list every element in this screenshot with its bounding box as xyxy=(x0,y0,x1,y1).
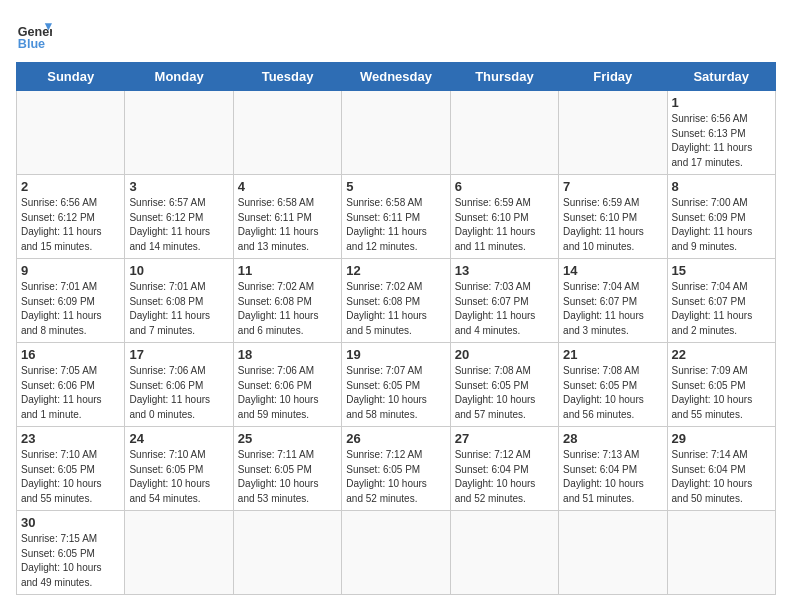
day-info: Sunrise: 7:07 AM Sunset: 6:05 PM Dayligh… xyxy=(346,364,445,422)
day-number: 9 xyxy=(21,263,120,278)
calendar-cell xyxy=(125,511,233,595)
day-info: Sunrise: 7:04 AM Sunset: 6:07 PM Dayligh… xyxy=(563,280,662,338)
calendar-week-row: 23Sunrise: 7:10 AM Sunset: 6:05 PM Dayli… xyxy=(17,427,776,511)
calendar-cell: 10Sunrise: 7:01 AM Sunset: 6:08 PM Dayli… xyxy=(125,259,233,343)
calendar-cell: 28Sunrise: 7:13 AM Sunset: 6:04 PM Dayli… xyxy=(559,427,667,511)
calendar-cell: 27Sunrise: 7:12 AM Sunset: 6:04 PM Dayli… xyxy=(450,427,558,511)
calendar-table: SundayMondayTuesdayWednesdayThursdayFrid… xyxy=(16,62,776,595)
calendar-week-row: 2Sunrise: 6:56 AM Sunset: 6:12 PM Daylig… xyxy=(17,175,776,259)
weekday-header-saturday: Saturday xyxy=(667,63,775,91)
day-number: 26 xyxy=(346,431,445,446)
day-info: Sunrise: 7:06 AM Sunset: 6:06 PM Dayligh… xyxy=(129,364,228,422)
svg-text:Blue: Blue xyxy=(18,37,45,51)
calendar-cell: 22Sunrise: 7:09 AM Sunset: 6:05 PM Dayli… xyxy=(667,343,775,427)
day-number: 12 xyxy=(346,263,445,278)
calendar-cell xyxy=(17,91,125,175)
calendar-cell: 13Sunrise: 7:03 AM Sunset: 6:07 PM Dayli… xyxy=(450,259,558,343)
day-number: 18 xyxy=(238,347,337,362)
weekday-header-row: SundayMondayTuesdayWednesdayThursdayFrid… xyxy=(17,63,776,91)
day-info: Sunrise: 7:12 AM Sunset: 6:04 PM Dayligh… xyxy=(455,448,554,506)
day-number: 10 xyxy=(129,263,228,278)
day-number: 2 xyxy=(21,179,120,194)
day-info: Sunrise: 6:59 AM Sunset: 6:10 PM Dayligh… xyxy=(455,196,554,254)
calendar-week-row: 1Sunrise: 6:56 AM Sunset: 6:13 PM Daylig… xyxy=(17,91,776,175)
weekday-header-friday: Friday xyxy=(559,63,667,91)
calendar-cell: 14Sunrise: 7:04 AM Sunset: 6:07 PM Dayli… xyxy=(559,259,667,343)
day-info: Sunrise: 7:14 AM Sunset: 6:04 PM Dayligh… xyxy=(672,448,771,506)
day-number: 27 xyxy=(455,431,554,446)
day-info: Sunrise: 7:10 AM Sunset: 6:05 PM Dayligh… xyxy=(21,448,120,506)
calendar-cell: 5Sunrise: 6:58 AM Sunset: 6:11 PM Daylig… xyxy=(342,175,450,259)
day-info: Sunrise: 7:03 AM Sunset: 6:07 PM Dayligh… xyxy=(455,280,554,338)
day-info: Sunrise: 7:10 AM Sunset: 6:05 PM Dayligh… xyxy=(129,448,228,506)
day-number: 1 xyxy=(672,95,771,110)
calendar-cell xyxy=(450,511,558,595)
day-number: 20 xyxy=(455,347,554,362)
logo: General Blue xyxy=(16,16,56,52)
day-info: Sunrise: 7:08 AM Sunset: 6:05 PM Dayligh… xyxy=(563,364,662,422)
day-info: Sunrise: 7:00 AM Sunset: 6:09 PM Dayligh… xyxy=(672,196,771,254)
calendar-cell: 20Sunrise: 7:08 AM Sunset: 6:05 PM Dayli… xyxy=(450,343,558,427)
calendar-cell xyxy=(233,511,341,595)
day-info: Sunrise: 7:12 AM Sunset: 6:05 PM Dayligh… xyxy=(346,448,445,506)
day-number: 4 xyxy=(238,179,337,194)
calendar-cell: 17Sunrise: 7:06 AM Sunset: 6:06 PM Dayli… xyxy=(125,343,233,427)
day-number: 22 xyxy=(672,347,771,362)
day-info: Sunrise: 7:02 AM Sunset: 6:08 PM Dayligh… xyxy=(346,280,445,338)
calendar-cell: 6Sunrise: 6:59 AM Sunset: 6:10 PM Daylig… xyxy=(450,175,558,259)
calendar-cell: 16Sunrise: 7:05 AM Sunset: 6:06 PM Dayli… xyxy=(17,343,125,427)
calendar-cell: 30Sunrise: 7:15 AM Sunset: 6:05 PM Dayli… xyxy=(17,511,125,595)
calendar-cell: 23Sunrise: 7:10 AM Sunset: 6:05 PM Dayli… xyxy=(17,427,125,511)
calendar-cell: 19Sunrise: 7:07 AM Sunset: 6:05 PM Dayli… xyxy=(342,343,450,427)
day-number: 24 xyxy=(129,431,228,446)
day-number: 21 xyxy=(563,347,662,362)
day-info: Sunrise: 7:01 AM Sunset: 6:09 PM Dayligh… xyxy=(21,280,120,338)
calendar-cell: 29Sunrise: 7:14 AM Sunset: 6:04 PM Dayli… xyxy=(667,427,775,511)
day-number: 6 xyxy=(455,179,554,194)
day-number: 15 xyxy=(672,263,771,278)
calendar-cell: 1Sunrise: 6:56 AM Sunset: 6:13 PM Daylig… xyxy=(667,91,775,175)
day-number: 29 xyxy=(672,431,771,446)
day-info: Sunrise: 6:58 AM Sunset: 6:11 PM Dayligh… xyxy=(238,196,337,254)
calendar-cell: 7Sunrise: 6:59 AM Sunset: 6:10 PM Daylig… xyxy=(559,175,667,259)
day-number: 16 xyxy=(21,347,120,362)
day-number: 7 xyxy=(563,179,662,194)
day-number: 17 xyxy=(129,347,228,362)
calendar-cell xyxy=(450,91,558,175)
calendar-cell: 9Sunrise: 7:01 AM Sunset: 6:09 PM Daylig… xyxy=(17,259,125,343)
calendar-cell: 12Sunrise: 7:02 AM Sunset: 6:08 PM Dayli… xyxy=(342,259,450,343)
calendar-cell xyxy=(233,91,341,175)
calendar-week-row: 16Sunrise: 7:05 AM Sunset: 6:06 PM Dayli… xyxy=(17,343,776,427)
day-number: 11 xyxy=(238,263,337,278)
page-header: General Blue xyxy=(16,16,776,52)
calendar-cell: 4Sunrise: 6:58 AM Sunset: 6:11 PM Daylig… xyxy=(233,175,341,259)
calendar-body: 1Sunrise: 6:56 AM Sunset: 6:13 PM Daylig… xyxy=(17,91,776,595)
calendar-cell xyxy=(667,511,775,595)
day-info: Sunrise: 7:04 AM Sunset: 6:07 PM Dayligh… xyxy=(672,280,771,338)
day-info: Sunrise: 7:13 AM Sunset: 6:04 PM Dayligh… xyxy=(563,448,662,506)
day-info: Sunrise: 6:56 AM Sunset: 6:13 PM Dayligh… xyxy=(672,112,771,170)
calendar-week-row: 9Sunrise: 7:01 AM Sunset: 6:09 PM Daylig… xyxy=(17,259,776,343)
calendar-cell xyxy=(559,91,667,175)
calendar-cell: 3Sunrise: 6:57 AM Sunset: 6:12 PM Daylig… xyxy=(125,175,233,259)
day-number: 3 xyxy=(129,179,228,194)
day-info: Sunrise: 7:02 AM Sunset: 6:08 PM Dayligh… xyxy=(238,280,337,338)
calendar-cell xyxy=(125,91,233,175)
day-number: 5 xyxy=(346,179,445,194)
day-info: Sunrise: 7:11 AM Sunset: 6:05 PM Dayligh… xyxy=(238,448,337,506)
day-number: 23 xyxy=(21,431,120,446)
day-info: Sunrise: 7:06 AM Sunset: 6:06 PM Dayligh… xyxy=(238,364,337,422)
calendar-cell: 11Sunrise: 7:02 AM Sunset: 6:08 PM Dayli… xyxy=(233,259,341,343)
calendar-cell xyxy=(559,511,667,595)
calendar-cell: 8Sunrise: 7:00 AM Sunset: 6:09 PM Daylig… xyxy=(667,175,775,259)
weekday-header-wednesday: Wednesday xyxy=(342,63,450,91)
day-number: 14 xyxy=(563,263,662,278)
day-number: 25 xyxy=(238,431,337,446)
day-number: 13 xyxy=(455,263,554,278)
day-number: 19 xyxy=(346,347,445,362)
day-info: Sunrise: 6:58 AM Sunset: 6:11 PM Dayligh… xyxy=(346,196,445,254)
day-number: 8 xyxy=(672,179,771,194)
day-info: Sunrise: 7:05 AM Sunset: 6:06 PM Dayligh… xyxy=(21,364,120,422)
calendar-cell: 24Sunrise: 7:10 AM Sunset: 6:05 PM Dayli… xyxy=(125,427,233,511)
day-number: 30 xyxy=(21,515,120,530)
